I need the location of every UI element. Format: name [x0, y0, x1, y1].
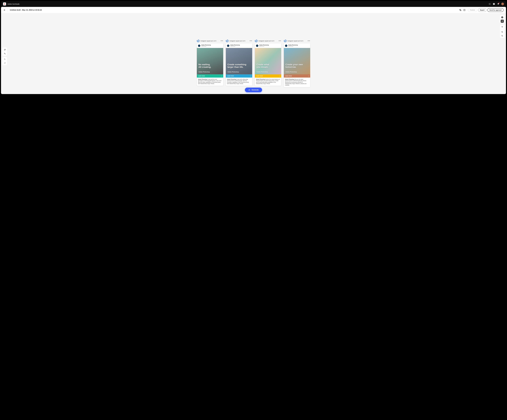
- ad-body: Adobe Photoshop Create with the next gen…: [197, 77, 223, 86]
- svg-point-7: [489, 4, 490, 5]
- photoshop-icon: Ps: [285, 45, 287, 47]
- ad-variant-1: 83% Instagram square ad 1 of 4 ••• Ps Ad…: [197, 40, 223, 87]
- facebook-channel-button[interactable]: [501, 16, 504, 19]
- notification-badge: [499, 3, 499, 4]
- ad-brand: Adobe Photoshop: [288, 44, 298, 46]
- ad-product-logo: Adobe Photoshop: [198, 71, 222, 73]
- ad-brand: Adobe Photoshop: [230, 44, 240, 46]
- card-title: Instagram square ad 4 of 4: [288, 40, 303, 42]
- ad-preview[interactable]: Ps Adobe Photoshop Sponsored No waiting.…: [197, 43, 223, 86]
- ad-sponsored-label: Sponsored: [259, 46, 269, 47]
- user-avatar[interactable]: [501, 3, 504, 5]
- ad-cta-button[interactable]: Learn more ›: [197, 74, 223, 77]
- top-bar: A Adobe GenStudio ?: [1, 1, 506, 7]
- redo-button[interactable]: [3, 62, 6, 65]
- help-icon[interactable]: ?: [493, 3, 495, 5]
- ad-image: Create what you dream. Adobe Photoshop: [255, 48, 281, 74]
- svg-point-1: [489, 3, 490, 3]
- back-button[interactable]: [3, 9, 6, 11]
- notifications-icon[interactable]: [497, 3, 499, 5]
- card-header: 83% Instagram square ad 3 of 4 •••: [255, 40, 281, 42]
- chevron-right-icon: ›: [279, 75, 280, 77]
- ad-header: Ps Adobe Photoshop Sponsored: [255, 43, 281, 48]
- resize-button[interactable]: [3, 48, 6, 51]
- brand-score-value: 83%: [197, 40, 199, 42]
- ad-body: Adobe Photoshop Discover the latest adva…: [284, 77, 310, 87]
- filter-button[interactable]: [501, 25, 504, 28]
- generate-button-wrap: Generate: [245, 88, 262, 92]
- adobe-logo[interactable]: A: [3, 2, 6, 6]
- sub-header-left: Untitled draft - May 13, 2024 at 10.52.2…: [3, 9, 42, 11]
- ad-body-brand: Adobe Photoshop: [227, 79, 236, 80]
- ad-image: Create your own tomorrow. Adobe Photosho…: [284, 48, 310, 74]
- ad-preview[interactable]: Ps Adobe Photoshop Sponsored Create some…: [226, 43, 252, 86]
- card-more-button[interactable]: •••: [221, 40, 223, 42]
- photoshop-icon: Ps: [256, 45, 258, 47]
- svg-point-0: [489, 3, 489, 3]
- card-more-button[interactable]: •••: [308, 40, 310, 42]
- sparkle-icon: [248, 89, 250, 91]
- svg-point-3: [489, 4, 489, 4]
- ad-preview[interactable]: Ps Adobe Photoshop Sponsored Create your…: [284, 43, 310, 87]
- generate-button[interactable]: Generate: [245, 88, 262, 92]
- ad-sponsored-label: Sponsored: [230, 46, 240, 47]
- zoom-in-button[interactable]: [501, 30, 504, 34]
- view-tools-group: [500, 25, 505, 38]
- history-group: [2, 57, 7, 65]
- publish-button[interactable]: Publish: [468, 8, 477, 12]
- app-window: A Adobe GenStudio ?: [1, 1, 506, 94]
- ad-body-brand: Adobe Photoshop: [198, 79, 207, 80]
- svg-point-8: [490, 4, 490, 5]
- card-header: 83% Instagram square ad 1 of 4 •••: [197, 40, 223, 42]
- ad-cta-button[interactable]: Learn more ›: [284, 74, 310, 77]
- ad-header: Ps Adobe Photoshop Sponsored: [226, 43, 252, 48]
- svg-point-4: [489, 4, 490, 4]
- card-more-button[interactable]: •••: [279, 40, 281, 42]
- brand-score-value: 83%: [255, 40, 257, 42]
- brand-score-ring[interactable]: 83%: [255, 40, 257, 42]
- photoshop-icon: Ps: [227, 45, 229, 47]
- brand-score-value: 83%: [284, 40, 286, 42]
- brand-score-ring[interactable]: 83%: [226, 40, 228, 42]
- sub-header-right: Publish Export Send for approval: [459, 8, 504, 12]
- brand-score-ring[interactable]: 83%: [197, 40, 199, 42]
- ad-cta-button[interactable]: Learn more ›: [226, 74, 252, 77]
- variants-icon[interactable]: [463, 8, 466, 12]
- app-title: Adobe GenStudio: [7, 3, 20, 5]
- ad-body: Adobe Photoshop Create with cutting-edge…: [226, 77, 252, 86]
- left-rail: [2, 48, 7, 65]
- svg-point-2: [490, 3, 490, 3]
- ad-headline: Create something larger than life.: [227, 63, 251, 68]
- ad-preview[interactable]: Ps Adobe Photoshop Sponsored Create what…: [255, 43, 281, 86]
- chevron-right-icon: ›: [250, 75, 251, 77]
- edit-tools-group: [2, 48, 7, 56]
- zoom-out-button[interactable]: [501, 34, 504, 37]
- ad-header: Ps Adobe Photoshop Sponsored: [284, 43, 310, 48]
- ad-cta-button[interactable]: Learn more ›: [255, 74, 281, 77]
- ad-headline: Create what you dream.: [256, 63, 280, 68]
- instagram-channel-button[interactable]: [501, 20, 504, 23]
- apps-grid-icon[interactable]: [489, 3, 491, 5]
- draft-title: Untitled draft - May 13, 2024 at 10.52.2…: [10, 9, 42, 11]
- brand-score-value: 83%: [226, 40, 228, 42]
- right-rail: [500, 15, 505, 38]
- top-bar-left: A Adobe GenStudio: [3, 2, 20, 6]
- ad-image: Create something larger than life. Adobe…: [226, 48, 252, 74]
- svg-point-17: [502, 21, 503, 21]
- export-button[interactable]: Export: [478, 8, 486, 12]
- ad-variant-3: 83% Instagram square ad 3 of 4 ••• Ps Ad…: [255, 40, 281, 87]
- ad-brand: Adobe Photoshop: [201, 44, 211, 46]
- cards-area: 83% Instagram square ad 1 of 4 ••• Ps Ad…: [1, 13, 506, 91]
- card-title: Instagram square ad 3 of 4: [259, 40, 274, 42]
- card-more-button[interactable]: •••: [250, 40, 252, 42]
- cta-label: Learn more: [227, 75, 234, 77]
- brand-score-ring[interactable]: 83%: [284, 40, 286, 42]
- ad-brand: Adobe Photoshop: [259, 44, 269, 46]
- svg-point-6: [489, 4, 489, 5]
- svg-point-5: [490, 4, 490, 4]
- brand-check-icon[interactable]: [459, 8, 462, 12]
- translate-button[interactable]: [3, 52, 6, 55]
- cta-label: Learn more: [285, 75, 292, 77]
- undo-button[interactable]: [3, 58, 6, 61]
- send-for-approval-button[interactable]: Send for approval: [487, 8, 504, 12]
